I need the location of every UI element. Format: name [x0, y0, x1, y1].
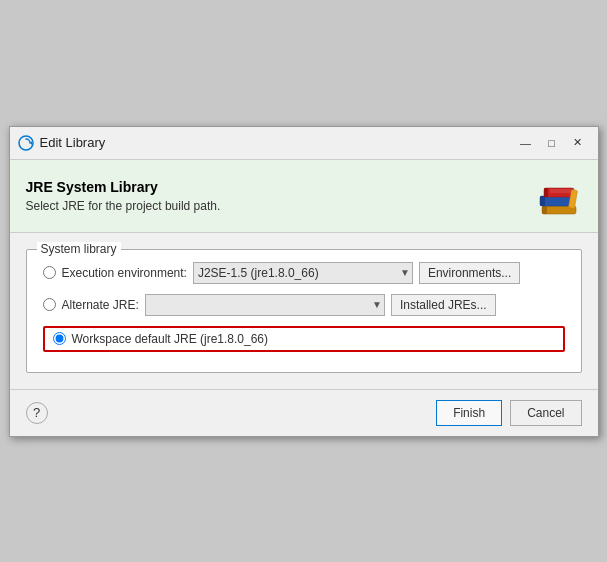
svg-rect-5: [540, 196, 545, 206]
group-label: System library: [37, 242, 121, 256]
execution-environment-row: Execution environment: J2SE-1.5 (jre1.8.…: [43, 262, 565, 284]
alternate-jre-row: Alternate JRE: ▼ Installed JREs...: [43, 294, 565, 316]
cancel-button[interactable]: Cancel: [510, 400, 581, 426]
main-content: System library Execution environment: J2…: [10, 233, 598, 389]
maximize-button[interactable]: □: [540, 133, 564, 153]
svg-rect-7: [544, 188, 548, 197]
title-bar-left: Edit Library: [18, 135, 106, 151]
help-button[interactable]: ?: [26, 402, 48, 424]
combo-arrow-icon: ▼: [400, 267, 410, 278]
execution-environment-label[interactable]: Execution environment:: [62, 266, 187, 280]
finish-button[interactable]: Finish: [436, 400, 502, 426]
footer-left: ?: [26, 402, 48, 424]
workspace-default-radio[interactable]: [53, 332, 66, 345]
workspace-default-label[interactable]: Workspace default JRE (jre1.8.0_66): [72, 332, 269, 346]
svg-rect-3: [542, 206, 547, 214]
workspace-default-row: Workspace default JRE (jre1.8.0_66): [43, 326, 565, 352]
close-button[interactable]: ✕: [566, 133, 590, 153]
window-controls: — □ ✕: [514, 133, 590, 153]
svg-rect-6: [544, 188, 574, 197]
footer-right: Finish Cancel: [436, 400, 581, 426]
edit-library-dialog: Edit Library — □ ✕ JRE System Library Se…: [9, 126, 599, 437]
alternate-jre-combo[interactable]: ▼: [145, 294, 385, 316]
execution-environment-radio[interactable]: [43, 266, 56, 279]
title-bar: Edit Library — □ ✕: [10, 127, 598, 160]
execution-environment-value: J2SE-1.5 (jre1.8.0_66): [198, 266, 319, 280]
books-icon: [534, 172, 582, 220]
dialog-icon: [18, 135, 34, 151]
dialog-title: JRE System Library: [26, 179, 221, 195]
dialog-subtitle: Select JRE for the project build path.: [26, 199, 221, 213]
installed-jres-button[interactable]: Installed JREs...: [391, 294, 496, 316]
window-title: Edit Library: [40, 135, 106, 150]
execution-environment-combo[interactable]: J2SE-1.5 (jre1.8.0_66) ▼: [193, 262, 413, 284]
header-text: JRE System Library Select JRE for the pr…: [26, 179, 221, 213]
alternate-jre-label[interactable]: Alternate JRE:: [62, 298, 139, 312]
system-library-group: System library Execution environment: J2…: [26, 249, 582, 373]
header-section: JRE System Library Select JRE for the pr…: [10, 160, 598, 233]
minimize-button[interactable]: —: [514, 133, 538, 153]
alternate-jre-radio[interactable]: [43, 298, 56, 311]
environments-button[interactable]: Environments...: [419, 262, 520, 284]
footer: ? Finish Cancel: [10, 389, 598, 436]
combo-arrow-icon-2: ▼: [372, 299, 382, 310]
